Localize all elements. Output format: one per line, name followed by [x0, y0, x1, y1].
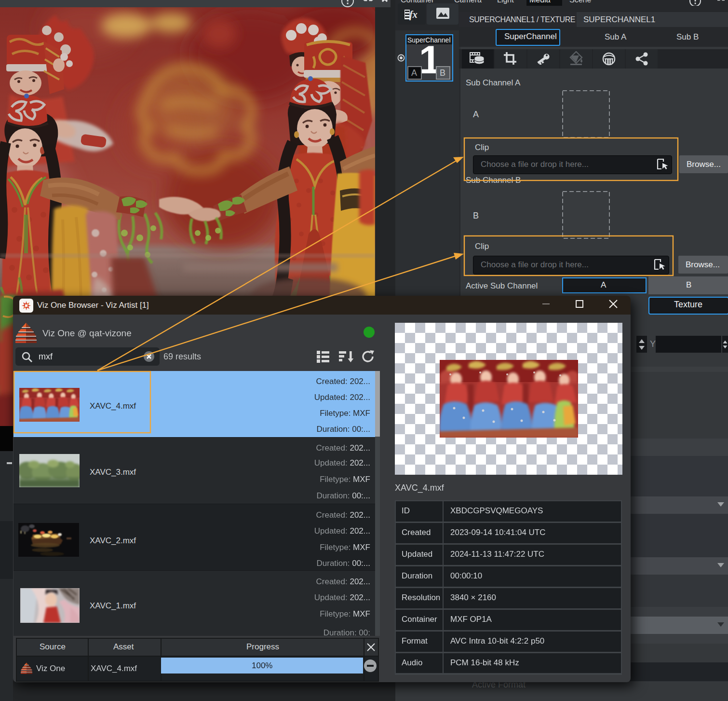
svg-text:fx: fx [409, 9, 418, 20]
